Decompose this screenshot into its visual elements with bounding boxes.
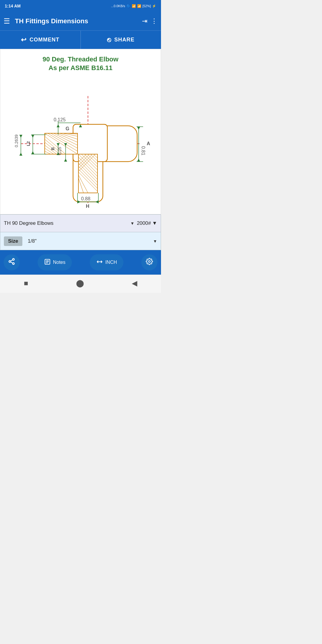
type-dropdown-row[interactable]: TH 90 Degree Elbows ▼ 2000# ▼: [0, 214, 161, 232]
comment-button[interactable]: ↩ COMMENT: [0, 31, 81, 49]
share-icon: ⎋: [107, 36, 111, 44]
svg-line-80: [11, 262, 13, 263]
svg-text:B: B: [50, 147, 55, 150]
svg-text:0.2639: 0.2639: [14, 134, 19, 147]
inch-icon: [96, 258, 103, 266]
svg-marker-46: [137, 127, 140, 130]
comment-label: COMMENT: [30, 37, 59, 43]
svg-text:0.88: 0.88: [81, 196, 90, 201]
size-label: Size: [4, 236, 22, 246]
bluetooth-icon: 🔵: [126, 4, 131, 8]
diagram-svg-wrapper: 0.125 G 0.81 A 0.88 H L2: [3, 78, 158, 209]
diagram-container: 90 Deg. Threaded Elbow As per ASME B16.1…: [0, 49, 161, 214]
svg-point-87: [148, 261, 150, 262]
status-time: 1:14 AM: [5, 4, 21, 8]
svg-marker-67: [19, 153, 22, 156]
type-dropdown-arrow: ▼: [130, 221, 134, 226]
type-dropdown-label: TH 90 Degree Elbows: [4, 220, 128, 226]
share-label: SHARE: [114, 37, 134, 43]
svg-marker-47: [137, 159, 140, 162]
elbow-diagram: 0.125 G 0.81 A 0.88 H L2: [6, 78, 155, 209]
svg-text:0.125: 0.125: [54, 117, 66, 122]
svg-marker-41: [57, 124, 60, 127]
pressure-arrow: ▼: [152, 220, 157, 226]
settings-icon: [146, 258, 153, 267]
share-action-button[interactable]: [4, 254, 20, 270]
pressure-label: 2000#: [137, 220, 151, 226]
network-speed: ...0.0KB/s: [111, 4, 125, 8]
comment-back-icon: ↩: [21, 36, 27, 44]
pressure-dropdown[interactable]: 2000# ▼: [137, 220, 157, 226]
share-action-icon: [8, 258, 15, 267]
svg-marker-61: [31, 151, 34, 154]
svg-point-79: [13, 263, 14, 264]
svg-marker-75: [64, 159, 67, 162]
bottom-bar: Notes INCH: [0, 250, 161, 275]
svg-point-78: [9, 261, 11, 262]
wifi-icon: 📶: [137, 4, 141, 8]
svg-point-77: [13, 258, 14, 260]
more-options-icon[interactable]: ⋮: [151, 17, 157, 25]
inch-button[interactable]: INCH: [90, 254, 123, 270]
diagram-title: 90 Deg. Threaded Elbow As per ASME B16.1…: [3, 55, 158, 72]
nav-home-icon[interactable]: ⬤: [76, 279, 84, 287]
size-arrow: ▼: [153, 239, 157, 244]
notes-button[interactable]: Notes: [38, 254, 72, 270]
nav-back-icon[interactable]: ◀: [132, 279, 137, 287]
app-bar: ☰ TH Fittings Dimensions ⇥ ⋮: [0, 12, 161, 30]
app-title: TH Fittings Dimensions: [15, 17, 142, 25]
svg-text:A: A: [147, 141, 150, 146]
size-value: 1/8": [28, 238, 151, 244]
size-dropdown-row[interactable]: Size 1/8" ▼: [0, 232, 161, 250]
battery-icon: [52%]: [143, 4, 151, 8]
svg-line-81: [11, 260, 13, 261]
svg-marker-66: [19, 135, 22, 138]
action-bar: ↩ COMMENT ⎋ SHARE: [0, 30, 161, 49]
login-icon[interactable]: ⇥: [142, 17, 147, 25]
svg-text:0.25: 0.25: [57, 147, 62, 155]
nav-bar: ■ ⬤ ◀: [0, 275, 161, 293]
svg-text:G: G: [66, 126, 69, 131]
signal-icon: 📶: [132, 4, 136, 8]
inch-label: INCH: [105, 260, 117, 265]
charging-icon: ⚡: [152, 4, 156, 8]
notes-label: Notes: [53, 260, 66, 265]
notes-icon: [44, 258, 51, 266]
svg-marker-60: [31, 135, 34, 138]
svg-text:L2: L2: [26, 141, 31, 146]
status-right: ...0.0KB/s 🔵 📶 📶 [52%] ⚡: [111, 4, 156, 8]
share-button[interactable]: ⎋ SHARE: [81, 31, 161, 49]
status-bar: 1:14 AM ...0.0KB/s 🔵 📶 📶 [52%] ⚡: [0, 0, 161, 12]
menu-icon[interactable]: ☰: [4, 17, 10, 25]
app-bar-icons: ⇥ ⋮: [142, 17, 157, 25]
nav-square-icon[interactable]: ■: [24, 279, 28, 287]
svg-text:H: H: [86, 204, 89, 209]
settings-button[interactable]: [141, 254, 157, 270]
svg-text:0.81: 0.81: [141, 146, 146, 155]
